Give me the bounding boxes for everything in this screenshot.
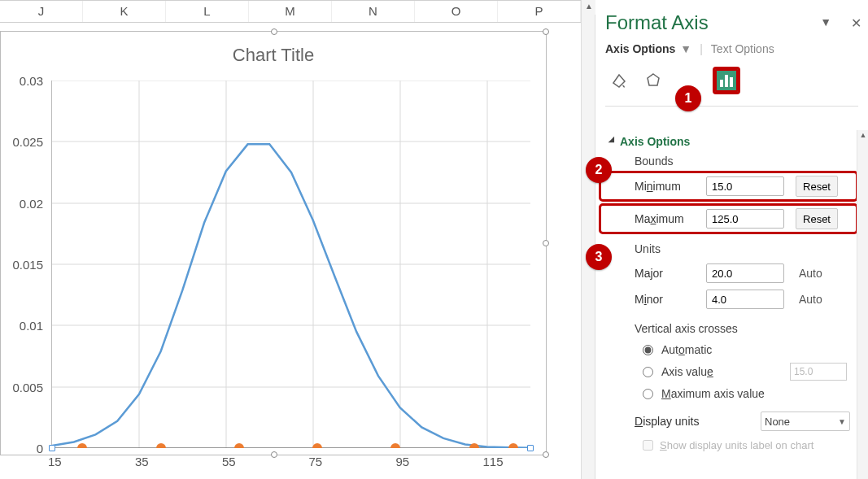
show-units-label-row: Show display units label on chart	[600, 434, 857, 455]
major-auto-label: Auto	[799, 267, 841, 280]
pane-options-dropdown-icon[interactable]: ▼	[820, 15, 831, 31]
crosses-max-label: Maximum axis value	[661, 387, 765, 400]
axis-options-icon[interactable]	[713, 67, 740, 94]
display-units-row: Display units None ▼	[600, 408, 857, 434]
resize-handle-icon[interactable]	[543, 451, 549, 458]
display-units-select[interactable]: None ▼	[761, 412, 850, 431]
minor-label: Minor	[635, 293, 700, 306]
reset-maximum-button[interactable]: Reset	[796, 208, 838, 229]
callout-badge-1: 1	[675, 85, 701, 111]
x-tick: 55	[222, 455, 236, 468]
major-input[interactable]	[706, 263, 784, 283]
svg-point-14	[234, 443, 244, 448]
units-minor-row: Minor Auto	[600, 286, 857, 312]
col-header-k[interactable]: K	[83, 1, 166, 22]
pane-scrollbar[interactable]: ▲	[857, 130, 868, 479]
x-tick: 35	[135, 455, 149, 468]
minor-auto-label: Auto	[799, 293, 841, 306]
col-header-l[interactable]: L	[166, 1, 249, 22]
y-tick: 0	[37, 442, 43, 455]
svg-rect-20	[720, 80, 723, 87]
crosses-max-row[interactable]: Maximum axis value	[600, 384, 857, 403]
svg-point-15	[312, 443, 322, 448]
y-tick: 0.03	[20, 74, 43, 88]
crosses-group-label: Vertical axis crosses	[600, 319, 857, 340]
col-header-n[interactable]: N	[332, 1, 415, 22]
tab-text-options[interactable]: Text Options	[711, 42, 774, 55]
callout-badge-3: 3	[586, 244, 612, 270]
y-tick: 0.01	[20, 319, 43, 333]
col-header-p[interactable]: P	[498, 1, 581, 22]
chart-title[interactable]: Chart Title	[1, 32, 546, 72]
fill-line-icon[interactable]	[605, 67, 633, 94]
bounds-group-label: Bounds	[600, 151, 857, 172]
units-group-label: Units	[600, 239, 857, 260]
display-units-label: Display units	[635, 415, 724, 428]
x-tick: 15	[48, 455, 62, 468]
tab-axis-options[interactable]: Axis Options	[605, 42, 675, 55]
scroll-up-icon[interactable]: ▲	[582, 0, 596, 15]
y-tick: 0.015	[12, 258, 43, 272]
display-units-value: None	[765, 416, 790, 428]
maximum-label: Maximum	[635, 212, 700, 225]
format-axis-pane: Format Axis ▼ ✕ Axis Options ▼ | Text Op…	[595, 0, 868, 479]
chevron-down-icon: ▼	[838, 417, 846, 426]
svg-point-16	[390, 443, 400, 448]
minor-input[interactable]	[706, 290, 784, 309]
col-header-m[interactable]: M	[249, 1, 332, 22]
crosses-automatic-label: Automatic	[661, 343, 712, 356]
effects-icon[interactable]	[639, 67, 667, 94]
x-tick: 115	[482, 455, 503, 468]
chevron-down-icon[interactable]: ▼	[680, 42, 691, 55]
bounds-maximum-row: Maximum Reset	[600, 205, 857, 233]
svg-marker-19	[648, 74, 659, 85]
maximum-input[interactable]	[706, 209, 784, 229]
svg-point-18	[508, 443, 518, 448]
sheet-scrollbar[interactable]: ▲	[581, 0, 595, 479]
y-tick: 0.005	[12, 380, 43, 394]
units-major-row: Major Auto	[600, 260, 857, 286]
crosses-automatic-row[interactable]: Automatic	[600, 340, 857, 359]
worksheet-area: J K L M N O P Chart Title 0.03 0.025 0.0…	[0, 0, 581, 479]
svg-rect-22	[730, 77, 733, 87]
callout-badge-2: 2	[586, 157, 612, 183]
y-tick: 0.02	[20, 196, 43, 210]
column-headers: J K L M N O P	[0, 0, 581, 23]
pane-title: Format Axis	[605, 11, 709, 34]
show-units-label-checkbox	[643, 440, 653, 451]
col-header-j[interactable]: J	[0, 1, 83, 22]
reset-minimum-button[interactable]: Reset	[796, 176, 838, 197]
major-label: Major	[635, 267, 700, 280]
x-axis-labels: 15 35 55 75 95 115	[51, 455, 530, 471]
scroll-up-icon[interactable]: ▲	[857, 130, 868, 142]
resize-handle-icon[interactable]	[271, 451, 277, 458]
resize-handle-icon[interactable]	[543, 28, 549, 35]
resize-handle-icon[interactable]	[543, 240, 549, 246]
svg-point-13	[156, 443, 166, 448]
section-axis-options[interactable]: Axis Options	[600, 130, 857, 151]
crosses-max-radio[interactable]	[643, 389, 653, 399]
col-header-o[interactable]: O	[415, 1, 498, 22]
axis-handle-icon[interactable]	[527, 445, 534, 451]
y-tick: 0.025	[12, 135, 43, 149]
minimum-input[interactable]	[706, 176, 784, 196]
x-tick: 95	[395, 455, 409, 468]
resize-handle-icon[interactable]	[271, 28, 277, 35]
bounds-minimum-row: Minimum Reset	[600, 172, 857, 200]
y-axis-labels: 0.03 0.025 0.02 0.015 0.01 0.005 0	[1, 81, 48, 448]
svg-point-17	[469, 443, 479, 448]
plot-area[interactable]	[51, 81, 530, 448]
crosses-value-row[interactable]: Axis value	[600, 359, 857, 384]
svg-point-12	[77, 443, 87, 448]
show-units-label-text: Show display units label on chart	[660, 439, 813, 451]
crosses-automatic-radio[interactable]	[643, 345, 653, 355]
svg-rect-21	[725, 75, 728, 87]
crosses-value-input	[790, 363, 847, 381]
minimum-label: Minimum	[635, 180, 700, 193]
x-tick: 75	[308, 455, 322, 468]
crosses-value-radio[interactable]	[643, 367, 653, 377]
crosses-value-label: Axis value	[661, 365, 713, 378]
pane-close-icon[interactable]: ✕	[851, 15, 861, 31]
axis-handle-icon[interactable]	[49, 445, 55, 451]
chart-object[interactable]: Chart Title 0.03 0.025 0.02 0.015 0.01 0…	[0, 31, 547, 455]
